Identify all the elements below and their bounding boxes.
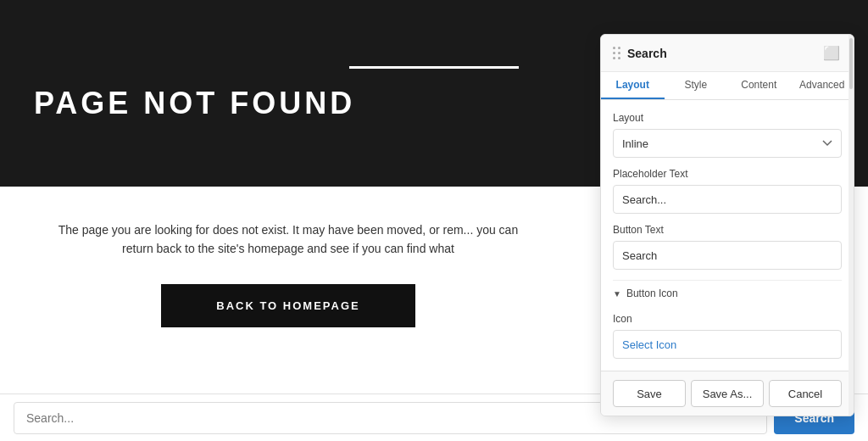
button-text-label: Button Text — [613, 224, 842, 236]
error-description: The page you are looking for does not ex… — [51, 220, 526, 259]
tab-content[interactable]: Content — [727, 72, 791, 99]
placeholder-text-label: Placeholder Text — [613, 168, 842, 180]
layout-label: Layout — [613, 112, 842, 124]
search-settings-panel: Search ⬜ Layout Style Content Advanced L… — [600, 34, 854, 416]
button-icon-label: Button Icon — [626, 287, 678, 299]
panel-tabs: Layout Style Content Advanced — [601, 72, 854, 100]
tab-layout[interactable]: Layout — [601, 72, 665, 99]
panel-title: Search — [627, 47, 667, 60]
content-area: The page you are looking for does not ex… — [0, 187, 576, 361]
panel-body: Layout Inline Block Minimal Placeholder … — [601, 100, 854, 371]
expand-icon: ⬜ — [823, 46, 840, 60]
placeholder-text-input[interactable] — [613, 185, 842, 214]
hero-divider — [349, 66, 519, 69]
icon-field: Select Icon — [613, 330, 842, 359]
drag-handle[interactable] — [613, 47, 620, 59]
back-to-homepage-button[interactable]: BACK TO HOMEPAGE — [161, 284, 415, 327]
panel-header: Search ⬜ — [601, 35, 854, 72]
panel-scrollbar[interactable] — [849, 35, 854, 416]
save-button[interactable]: Save — [613, 380, 686, 407]
icon-label: Icon — [613, 313, 842, 325]
panel-scrollbar-thumb — [849, 38, 853, 89]
button-icon-accordion[interactable]: ▼ Button Icon — [613, 280, 842, 306]
chevron-down-icon: ▼ — [613, 289, 621, 299]
tab-style[interactable]: Style — [665, 72, 728, 99]
save-as-button[interactable]: Save As... — [691, 380, 764, 407]
panel-footer: Save Save As... Cancel — [601, 371, 854, 416]
select-icon-link[interactable]: Select Icon — [622, 338, 676, 351]
layout-select[interactable]: Inline Block Minimal — [613, 129, 842, 158]
tab-advanced[interactable]: Advanced — [791, 72, 854, 99]
cancel-button[interactable]: Cancel — [769, 380, 842, 407]
button-text-input[interactable] — [613, 241, 842, 270]
panel-expand-button[interactable]: ⬜ — [821, 43, 842, 63]
